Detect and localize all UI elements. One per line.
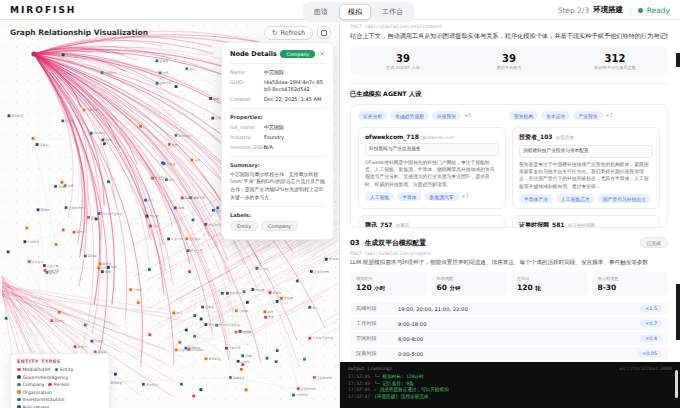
svg-text:比亚迪: 比亚迪 (166, 162, 175, 166)
multiplier-badge: ×0.05 (637, 350, 662, 357)
workflow-panel: POST /api/simulation/environment 结合上下文，自… (340, 20, 680, 408)
stat-value: 312 (562, 53, 668, 64)
node-prop-rows: full_name:中芯国际Industry:Foundryrevenue_20… (230, 124, 325, 151)
agent-card-header: 证券时报网_581@证券时报网 (519, 221, 653, 228)
stat-label: 模拟平台账号 (456, 65, 562, 70)
agent-tag[interactable]: 价值投资 (432, 111, 461, 120)
prepare-endpoint: POST /api/simulation/prepare (350, 251, 668, 256)
legend-label: Organization (23, 390, 52, 395)
legend-label: Entity (60, 367, 73, 372)
agent-tag[interactable]: 人工智能 (365, 192, 394, 201)
graph-panel: 摩尔线程华为阿里巴巴百度比亚迪宁德时代京东美团理想汽车小鹏汽车发改委证监会红杉资… (0, 20, 340, 408)
legend-dot-icon (17, 390, 21, 394)
legend-dot-icon (55, 368, 59, 372)
config-value: 60 分钟 (437, 283, 502, 292)
agent-tag[interactable]: 国产替代与科技自立 (598, 194, 651, 203)
refresh-button[interactable]: ↻ Refresh (264, 26, 313, 40)
config-stat: 轮询周期60 分钟 (431, 272, 508, 296)
agent-tag[interactable]: 投资机构 (509, 111, 538, 120)
config-stat: 总轮次120 轮 (511, 272, 588, 296)
schedule-value: 0:00-5:00 (398, 351, 637, 357)
svg-text:36氪: 36氪 (245, 354, 252, 358)
svg-text:OFweek: OFweek (329, 257, 340, 261)
svg-text:小鹏汽车: 小鹏汽车 (229, 346, 241, 350)
svg-text:联发科: 联发科 (77, 345, 86, 349)
workflow-scroll-area[interactable]: POST /api/simulation/environment 结合上下文，自… (340, 20, 680, 375)
schedule-label: 工作时段 (356, 320, 398, 327)
tab-工作台[interactable]: 工作台 (373, 4, 412, 20)
detail-row: full_name:中芯国际 (230, 124, 325, 131)
legend-item: GovernmentAgency (17, 375, 68, 380)
node-type-badge[interactable]: Company (280, 50, 315, 58)
svg-text:36氪: 36氪 (58, 185, 65, 189)
detail-label: Industry: (230, 134, 264, 141)
agent-card-header: 腾讯_757@腾讯 (365, 221, 499, 228)
more-tags[interactable]: +7 (606, 113, 613, 118)
close-icon[interactable]: × (319, 51, 325, 58)
agent-tag[interactable]: 半导体 (397, 192, 421, 201)
schedule-value: 6:00-8:00 (398, 336, 640, 342)
agent-name: ofweekcom_718 (365, 133, 419, 140)
svg-text:英特尔: 英特尔 (54, 319, 63, 323)
svg-text:发改委: 发改委 (255, 288, 264, 292)
agent-card[interactable]: 证券时报网_581@证券时报网权威新闻与行业研究媒体机构证券时报网（stcn.c… (512, 215, 660, 228)
svg-text:华为: 华为 (176, 311, 182, 315)
config-stat: 模拟时长120 小时 (350, 272, 427, 296)
terminal-scrollbar[interactable] (675, 370, 678, 398)
agent-tag[interactable]: 新能源汽车 (425, 192, 459, 201)
svg-text:摩尔线程: 摩尔线程 (11, 114, 23, 118)
svg-text:宁德时代: 宁德时代 (27, 240, 39, 244)
svg-text:英特尔: 英特尔 (272, 291, 281, 295)
legend-item: Organization (17, 390, 52, 395)
svg-text:36氪: 36氪 (105, 138, 112, 142)
legend-label: Person (54, 382, 69, 387)
svg-text:宁德时代: 宁德时代 (238, 330, 250, 334)
svg-text:比亚迪: 比亚迪 (65, 119, 74, 123)
svg-text:高通: 高通 (153, 224, 159, 228)
label-pill[interactable]: Company (261, 221, 298, 231)
svg-text:证监会: 证监会 (205, 305, 214, 309)
agent-tag[interactable]: 产业投资 (573, 111, 602, 120)
svg-text:证券时报网: 证券时报网 (301, 387, 316, 391)
agent-tag[interactable]: 半导体产业 (519, 194, 553, 203)
config-unit: 小时 (374, 285, 385, 291)
agent-card[interactable]: ofweekcom_718@ofweek.com科技新闻与产业信息服务OFwee… (358, 127, 506, 209)
legend-item: Person (48, 382, 69, 387)
agent-card[interactable]: 投资者_103@投资者洞察硬科技产业投资与资本配置投资者是专注于中国硬科技领域产… (512, 127, 660, 209)
svg-text:新浪财经: 新浪财经 (178, 134, 190, 138)
agent-tag[interactable]: 人工智能芯片 (556, 194, 595, 203)
agent-card-tags: 半导体产业人工智能芯片国产替代与科技自立+4 (519, 194, 653, 203)
more-tags[interactable]: +5 (464, 113, 471, 118)
svg-text:摩尔线程: 摩尔线程 (146, 383, 158, 387)
stat-value: 39 (350, 53, 456, 64)
config-stat: 每小时消息8-30 (592, 272, 669, 296)
legend-title: ENTITY TYPES (17, 359, 103, 364)
terminal-line: 17:52:45✓ 消息密度验证通过，可以开始模拟 (348, 387, 672, 394)
detail-label: Created: (230, 96, 264, 103)
tab-模拟[interactable]: 模拟 (339, 4, 371, 20)
node-summary: 中芯国际与摩尔线程合作，支持摩尔线程5nm“平湖”系列GPU的部分芯片流片及产能… (230, 171, 325, 201)
svg-text:宁德时代: 宁德时代 (104, 71, 116, 75)
config-unit: 轮 (535, 285, 541, 291)
more-tags[interactable]: +7 (462, 194, 469, 199)
agent-card[interactable]: 腾讯_757@腾讯互联网科技公司，探索社交平台、数字内容、金融科技、云计算与人工… (358, 215, 506, 228)
config-value: 120 轮 (517, 283, 582, 292)
svg-text:中金公司: 中金公司 (171, 237, 183, 241)
detail-label: Name: (230, 69, 264, 76)
log-timestamp: 17:52:45 (348, 374, 370, 379)
expand-button[interactable] (317, 26, 331, 39)
svg-text:证监会: 证监会 (159, 59, 168, 63)
refresh-icon: ↻ (272, 29, 277, 37)
scrollbar-thumb[interactable] (676, 53, 680, 67)
tab-图谱[interactable]: 图谱 (305, 4, 337, 20)
agent-tag[interactable]: 金融趋势观察 (390, 111, 429, 120)
legend-dot-icon (17, 383, 21, 387)
svg-text:理想汽车: 理想汽车 (47, 269, 59, 273)
svg-text:联发科: 联发科 (76, 230, 85, 234)
log-message: └─ 记忆条目: 9条 (374, 381, 414, 386)
detail-value: Foundry (264, 134, 284, 141)
scrollbar-thumb[interactable] (676, 284, 680, 340)
agent-tag[interactable]: 资本运作 (541, 111, 570, 120)
label-pill[interactable]: Entity (230, 221, 258, 231)
agent-tag[interactable]: 证券分析 (358, 111, 387, 120)
